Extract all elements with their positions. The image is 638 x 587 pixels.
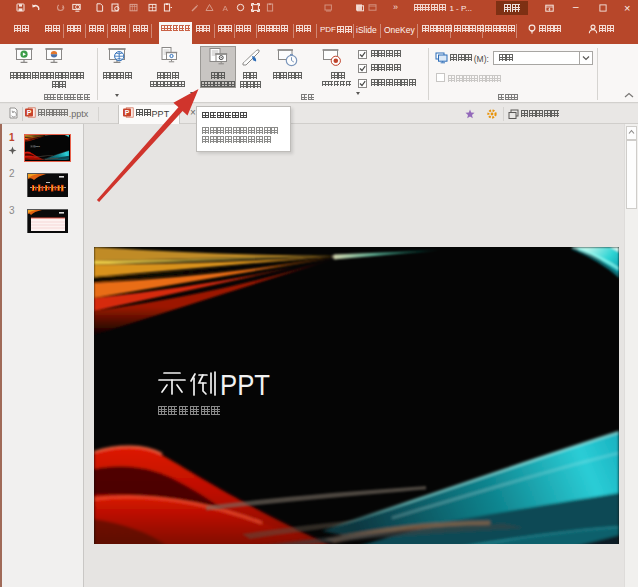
svg-text:P: P bbox=[125, 108, 130, 115]
svg-text:PPT: PPT bbox=[36, 145, 41, 148]
svg-text:PPT: PPT bbox=[220, 368, 270, 401]
svg-text:P: P bbox=[27, 108, 32, 115]
svg-text:A: A bbox=[222, 4, 228, 12]
